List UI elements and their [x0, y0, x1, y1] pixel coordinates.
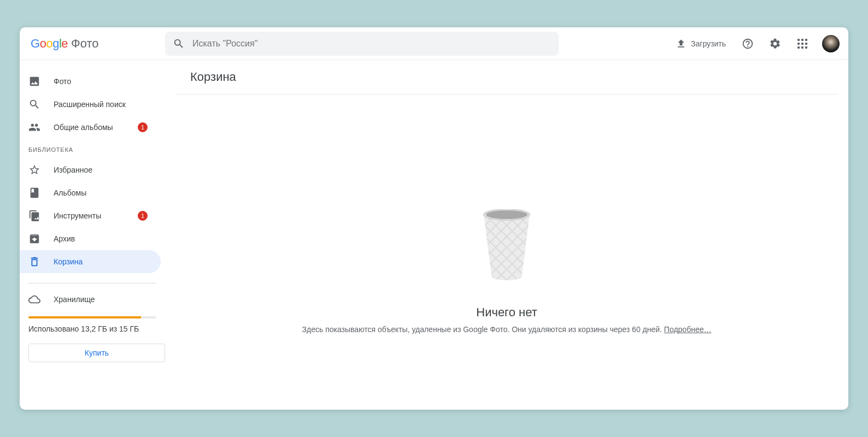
app-name: Фото [71, 37, 99, 51]
page-title: Корзина [175, 60, 838, 95]
header-actions: Загрузить [670, 33, 840, 55]
empty-sub-text: Здесь показываются объекты, удаленные из… [302, 325, 664, 334]
sidebar-item-storage[interactable]: Хранилище [20, 291, 165, 308]
upload-button[interactable]: Загрузить [670, 35, 731, 52]
nav-label: Общие альбомы [54, 123, 113, 132]
people-icon [28, 121, 40, 133]
search-icon [28, 98, 40, 110]
sidebar-item-sharing[interactable]: Общие альбомы 1 [20, 116, 161, 139]
nav-label: Избранное [54, 166, 92, 174]
sidebar-item-albums[interactable]: Альбомы [20, 181, 161, 204]
settings-button[interactable] [764, 33, 786, 55]
main-content: Корзина [165, 60, 848, 410]
logo[interactable]: Google Фото [28, 37, 165, 51]
help-button[interactable] [737, 33, 759, 55]
archive-icon [28, 233, 40, 245]
nav-label: Корзина [54, 257, 83, 266]
badge: 1 [138, 122, 148, 132]
sidebar-item-archive[interactable]: Архив [20, 227, 161, 250]
sidebar-item-advanced-search[interactable]: Расширенный поиск [20, 93, 161, 116]
sidebar: Фото Расширенный поиск Общие альбомы 1 Б… [20, 60, 165, 410]
storage-progress [28, 316, 156, 318]
separator [28, 283, 156, 284]
trash-illustration [479, 209, 534, 282]
storage-label: Хранилище [54, 295, 95, 304]
header: Google Фото Загрузить [20, 27, 848, 60]
album-icon [28, 187, 40, 199]
storage-progress-fill [28, 316, 141, 318]
star-icon [28, 164, 40, 176]
cloud-icon [28, 293, 40, 305]
search-box[interactable] [165, 32, 559, 56]
buy-storage-button[interactable]: Купить [28, 344, 165, 362]
utilities-icon [28, 210, 40, 222]
photo-icon [28, 75, 40, 87]
google-logo: Google [31, 37, 68, 51]
sidebar-item-trash[interactable]: Корзина [20, 250, 161, 273]
nav-label: Инструменты [54, 211, 101, 220]
learn-more-link[interactable]: Подробнее… [664, 325, 712, 334]
trash-icon [28, 256, 40, 268]
apps-button[interactable] [791, 33, 813, 55]
library-section-label: БИБЛИОТЕКА [20, 139, 165, 158]
nav-label: Фото [54, 77, 71, 86]
apps-icon [797, 39, 807, 49]
svg-point-3 [486, 210, 527, 219]
upload-label: Загрузить [691, 39, 726, 48]
gear-icon [769, 38, 781, 50]
upload-icon [676, 38, 687, 49]
storage-used-text: Использовано 13,2 ГБ из 15 ГБ [20, 324, 165, 335]
help-icon [742, 38, 754, 50]
nav-label: Архив [54, 234, 75, 243]
avatar[interactable] [822, 35, 840, 52]
nav-label: Расширенный поиск [54, 100, 126, 109]
empty-state: Ничего нет Здесь показываются объекты, у… [175, 95, 838, 410]
search-input[interactable] [192, 39, 551, 49]
app-window: Google Фото Загрузить [20, 27, 848, 410]
body: Фото Расширенный поиск Общие альбомы 1 Б… [20, 60, 848, 410]
empty-subtitle: Здесь показываются объекты, удаленные из… [302, 325, 712, 334]
badge: 1 [138, 211, 148, 221]
nav-label: Альбомы [54, 188, 86, 197]
search-icon [173, 38, 185, 50]
sidebar-item-photos[interactable]: Фото [20, 70, 161, 93]
sidebar-item-favorites[interactable]: Избранное [20, 158, 161, 181]
empty-title: Ничего нет [476, 305, 537, 320]
sidebar-item-utilities[interactable]: Инструменты 1 [20, 204, 161, 227]
